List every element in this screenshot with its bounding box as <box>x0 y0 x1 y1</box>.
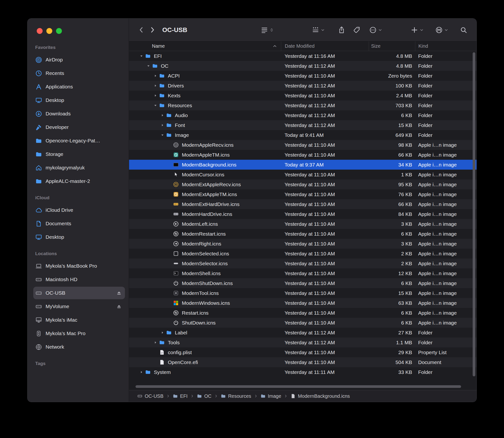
minimize-window-button[interactable] <box>46 28 52 34</box>
file-row[interactable]: ModernLeft.icnsYesterday at 11:10 AM3 KB… <box>129 219 477 229</box>
disclosure-triangle[interactable] <box>159 330 166 335</box>
disclosure-triangle[interactable] <box>159 133 166 138</box>
path-item[interactable]: OC-USB <box>137 394 163 399</box>
file-size: 6 KB <box>369 320 415 326</box>
toolbar-group-button[interactable] <box>311 24 326 35</box>
file-row[interactable]: ModernAppleTM.icnsYesterday at 11:10 AM6… <box>129 150 477 160</box>
file-row[interactable]: SystemYesterday at 11:11 AM33 KBFolder <box>129 367 477 377</box>
sidebar-item-network[interactable]: Network <box>33 341 125 353</box>
disclosure-triangle[interactable] <box>159 123 166 128</box>
sidebar-item-mykola-s-imac[interactable]: Mykola’s iMac <box>33 314 125 326</box>
file-row[interactable]: ToolsYesterday at 11:12 AM1.1 MBFolder <box>129 338 477 347</box>
sidebar-item-storage[interactable]: Storage <box>33 148 125 160</box>
path-item[interactable]: Resources <box>221 394 251 399</box>
file-row[interactable]: ModernExtAppleRecv.icnsYesterday at 11:1… <box>129 179 477 189</box>
disclosure-triangle[interactable] <box>159 113 166 118</box>
file-row[interactable]: ResourcesYesterday at 11:12 AM703 KBFold… <box>129 100 477 110</box>
disclosure-triangle[interactable] <box>152 74 159 78</box>
disclosure-triangle[interactable] <box>152 83 159 88</box>
sidebar-section-header: iCloud <box>33 194 125 201</box>
forward-button[interactable] <box>147 24 158 35</box>
toolbar-view-button[interactable] <box>260 24 275 35</box>
file-row[interactable]: LabelYesterday at 11:12 AM27 KBFolder <box>129 328 477 338</box>
file-date: Yesterday at 11:10 AM <box>281 360 369 365</box>
sidebar-item-macintosh-hd[interactable]: Macintosh HD <box>33 273 125 286</box>
path-item[interactable]: Image <box>260 394 281 399</box>
file-row[interactable]: ACPIYesterday at 11:10 AMZero bytesFolde… <box>129 71 477 81</box>
sidebar-item-applications[interactable]: Applications <box>33 80 125 93</box>
file-row[interactable]: EFIYesterday at 11:16 AM4.8 MBFolder <box>129 51 477 61</box>
close-window-button[interactable] <box>37 28 43 34</box>
disclosure-triangle[interactable] <box>152 103 159 108</box>
column-header-kind[interactable]: Kind <box>415 42 477 51</box>
toolbar-search-button[interactable] <box>459 24 468 35</box>
column-header-size[interactable]: Size <box>369 42 415 51</box>
path-item[interactable]: EFI <box>173 394 188 399</box>
file-row[interactable]: ModernHardDrive.icnsYesterday at 11:10 A… <box>129 209 477 219</box>
sidebar-item-mykola-s-macbook-pro[interactable]: Mykola’s MacBook Pro <box>33 260 125 272</box>
sidebar-item-icloud-drive[interactable]: iCloud Drive <box>33 204 125 216</box>
file-row[interactable]: AudioYesterday at 11:12 AM6 KBFolder <box>129 110 477 120</box>
disclosure-triangle <box>166 231 173 236</box>
sidebar-item-oc-usb[interactable]: OC-USB <box>33 287 125 299</box>
sidebar-item-developer[interactable]: Developer <box>33 121 125 133</box>
file-row[interactable]: ModernSelector.icnsYesterday at 11:10 AM… <box>129 259 477 268</box>
toolbar-share-button[interactable] <box>337 24 346 35</box>
file-row[interactable]: ModernBackground.icnsToday at 9:37 AM34 … <box>129 160 477 170</box>
horizontal-scrollbar[interactable] <box>136 385 461 388</box>
back-button[interactable] <box>136 24 147 35</box>
file-row[interactable]: ModernSelected.icnsYesterday at 11:10 AM… <box>129 249 477 259</box>
disclosure-triangle[interactable] <box>152 340 159 345</box>
file-row[interactable]: Restart.icnsYesterday at 11:10 AM6 KBApp… <box>129 308 477 318</box>
sidebar-item-label: iCloud Drive <box>46 207 73 213</box>
file-row[interactable]: KextsYesterday at 11:10 AM2.4 MBFolder <box>129 91 477 100</box>
file-row[interactable]: ModernShutDown.icnsYesterday at 11:10 AM… <box>129 278 477 288</box>
file-row[interactable]: ModernAppleRecv.icnsYesterday at 11:10 A… <box>129 140 477 150</box>
sidebar-item-mykola-s-mac-pro[interactable]: Mykola’s Mac Pro <box>33 327 125 340</box>
vertical-scrollbar[interactable] <box>473 52 475 376</box>
sidebar-item-recents[interactable]: Recents <box>33 67 125 79</box>
file-row[interactable]: ModernExtHardDrive.icnsYesterday at 11:1… <box>129 199 477 209</box>
file-kind: Apple i…n image <box>415 261 477 266</box>
file-row[interactable]: FontYesterday at 11:12 AM15 KBFolder <box>129 120 477 130</box>
column-header-name[interactable]: Name <box>129 42 281 51</box>
disclosure-triangle[interactable] <box>145 64 152 68</box>
file-row[interactable]: ModernExtAppleTM.icnsYesterday at 11:10 … <box>129 189 477 199</box>
file-row[interactable]: ModernWindows.icnsYesterday at 11:10 AM6… <box>129 298 477 308</box>
file-row[interactable]: ModernTool.icnsYesterday at 11:10 AM15 K… <box>129 288 477 298</box>
column-header-date-modified[interactable]: Date Modified <box>281 42 369 51</box>
file-row[interactable]: OpenCore.efiYesterday at 11:10 AM504 KBD… <box>129 357 477 367</box>
file-row[interactable]: ModernShell.icnsYesterday at 11:10 AM12 … <box>129 268 477 278</box>
sidebar-item-mykolagrymalyuk[interactable]: mykolagrymalyuk <box>33 161 125 174</box>
file-row[interactable]: DriversYesterday at 11:12 AM100 KBFolder <box>129 81 477 91</box>
toolbar-more-button[interactable] <box>368 24 383 35</box>
sidebar-item-downloads[interactable]: Downloads <box>33 108 125 120</box>
file-row[interactable]: ImageToday at 9:41 AM649 KBFolder <box>129 130 477 140</box>
file-row[interactable]: ShutDown.icnsYesterday at 11:10 AM6 KBAp… <box>129 318 477 328</box>
zoom-window-button[interactable] <box>56 28 62 34</box>
disclosure-triangle[interactable] <box>152 93 159 98</box>
sidebar-item-desktop[interactable]: Desktop <box>33 94 125 107</box>
toolbar-account-button[interactable] <box>434 24 449 35</box>
sidebar-item-opencore-legacy-pat[interactable]: Opencore-Legacy-Pat… <box>33 134 125 147</box>
disclosure-triangle[interactable] <box>138 54 145 59</box>
toolbar-tags-button[interactable] <box>352 24 361 35</box>
eject-icon[interactable] <box>116 304 122 310</box>
sidebar-item-applealc-master-2[interactable]: AppleALC-master-2 <box>33 175 125 187</box>
file-row[interactable]: ModernRestart.icnsYesterday at 11:10 AM6… <box>129 229 477 239</box>
disclosure-triangle[interactable] <box>138 370 145 375</box>
sidebar-item-documents[interactable]: Documents <box>33 217 125 230</box>
file-row[interactable]: ModernRight.icnsYesterday at 11:10 AM3 K… <box>129 239 477 249</box>
file-row[interactable]: config.plistYesterday at 11:10 AM29 KBPr… <box>129 347 477 357</box>
sidebar-item-airdrop[interactable]: AirDrop <box>33 54 125 66</box>
sidebar-item-desktop[interactable]: Desktop <box>33 231 125 243</box>
sidebar-item-myvolume[interactable]: MyVolume <box>33 300 125 313</box>
file-row[interactable]: OCYesterday at 11:12 AM4.8 MBFolder <box>129 61 477 71</box>
file-row[interactable]: ModernCursor.icnsYesterday at 11:10 AM1 … <box>129 170 477 179</box>
path-item[interactable]: OC <box>197 394 211 399</box>
eject-icon[interactable] <box>116 290 122 296</box>
toolbar-add-button[interactable] <box>410 24 425 35</box>
harddrive-icon <box>35 276 42 283</box>
file-kind: Folder <box>415 112 477 118</box>
path-item[interactable]: ModernBackground.icns <box>290 394 350 399</box>
